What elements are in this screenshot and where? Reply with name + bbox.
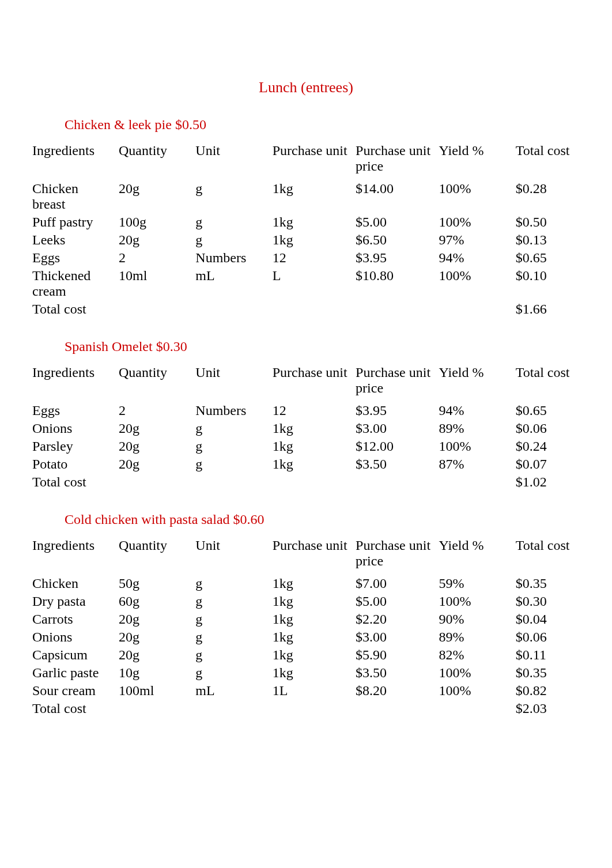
cell-purchase-unit: 1kg xyxy=(273,213,356,231)
empty-cell xyxy=(356,473,439,491)
cell-purchase-unit: 1kg xyxy=(273,575,356,592)
recipe-table: IngredientsQuantityUnitPurchase unitPurc… xyxy=(32,363,580,491)
document-page: Lunch (entrees) Chicken & leek pie $0.50… xyxy=(0,0,612,775)
header-ingredients: Ingredients xyxy=(32,141,119,180)
cell-total-cost: $0.13 xyxy=(516,231,580,249)
cell-quantity: 20g xyxy=(119,646,195,664)
header-purchase-unit-price: Purchase unit price xyxy=(356,141,439,180)
cell-quantity: 20g xyxy=(119,455,195,473)
empty-cell xyxy=(273,700,356,718)
cell-purchase-unit-price: $10.80 xyxy=(356,267,439,300)
cell-yield: 94% xyxy=(439,402,516,420)
cell-purchase-unit: 12 xyxy=(273,249,356,267)
cell-purchase-unit-price: $3.50 xyxy=(356,664,439,682)
cell-purchase-unit: 1kg xyxy=(273,437,356,455)
cell-ingredient: Carrots xyxy=(32,610,119,628)
recipe-title: Cold chicken with pasta salad $0.60 xyxy=(65,512,580,527)
header-quantity: Quantity xyxy=(119,363,195,402)
cell-unit: g xyxy=(195,420,272,437)
cell-unit: g xyxy=(195,231,272,249)
empty-cell xyxy=(439,700,516,718)
header-total-cost: Total cost xyxy=(516,535,580,575)
empty-cell xyxy=(195,473,272,491)
table-row: Thickened cream10mlmLL$10.80100%$0.10 xyxy=(32,267,580,300)
empty-cell xyxy=(119,300,195,318)
cell-unit: g xyxy=(195,592,272,610)
cell-purchase-unit: 1kg xyxy=(273,180,356,213)
cell-unit: g xyxy=(195,610,272,628)
header-total-cost: Total cost xyxy=(516,363,580,402)
cell-yield: 100% xyxy=(439,267,516,300)
table-row: Chicken breast20gg1kg$14.00100%$0.28 xyxy=(32,180,580,213)
cell-total-cost: $0.06 xyxy=(516,628,580,646)
table-row: Parsley20gg1kg$12.00100%$0.24 xyxy=(32,437,580,455)
cell-purchase-unit-price: $6.50 xyxy=(356,231,439,249)
cell-purchase-unit-price: $3.00 xyxy=(356,420,439,437)
total-cost-value: $2.03 xyxy=(516,700,580,718)
table-row: Puff pastry100gg1kg$5.00100%$0.50 xyxy=(32,213,580,231)
header-ingredients: Ingredients xyxy=(32,535,119,575)
cell-quantity: 10g xyxy=(119,664,195,682)
header-purchase-unit-price: Purchase unit price xyxy=(356,535,439,575)
cell-quantity: 20g xyxy=(119,610,195,628)
cell-yield: 59% xyxy=(439,575,516,592)
table-row: Carrots20gg1kg$2.2090%$0.04 xyxy=(32,610,580,628)
total-cost-row: Total cost$1.66 xyxy=(32,300,580,318)
cell-unit: g xyxy=(195,664,272,682)
cell-purchase-unit: 12 xyxy=(273,402,356,420)
cell-purchase-unit-price: $7.00 xyxy=(356,575,439,592)
cell-total-cost: $0.06 xyxy=(516,420,580,437)
cell-purchase-unit-price: $3.00 xyxy=(356,628,439,646)
table-row: Sour cream100mlmL1L$8.20100%$0.82 xyxy=(32,682,580,700)
table-row: Eggs2Numbers12$3.9594%$0.65 xyxy=(32,402,580,420)
cell-quantity: 100g xyxy=(119,213,195,231)
cell-total-cost: $0.07 xyxy=(516,455,580,473)
header-purchase-unit: Purchase unit xyxy=(273,535,356,575)
empty-cell xyxy=(195,700,272,718)
table-row: Dry pasta60gg1kg$5.00100%$0.30 xyxy=(32,592,580,610)
cell-total-cost: $0.11 xyxy=(516,646,580,664)
header-yield: Yield % xyxy=(439,141,516,180)
cell-ingredient: Puff pastry xyxy=(32,213,119,231)
cell-total-cost: $0.35 xyxy=(516,664,580,682)
cell-yield: 87% xyxy=(439,455,516,473)
cell-unit: g xyxy=(195,628,272,646)
cell-purchase-unit: 1kg xyxy=(273,646,356,664)
total-cost-label: Total cost xyxy=(32,700,119,718)
cell-yield: 100% xyxy=(439,664,516,682)
header-unit: Unit xyxy=(195,141,272,180)
header-unit: Unit xyxy=(195,363,272,402)
page-title: Lunch (entrees) xyxy=(32,79,580,96)
table-row: Eggs2Numbers12$3.9594%$0.65 xyxy=(32,249,580,267)
cell-total-cost: $0.35 xyxy=(516,575,580,592)
cell-purchase-unit-price: $2.20 xyxy=(356,610,439,628)
cell-purchase-unit: 1kg xyxy=(273,420,356,437)
recipes-container: Chicken & leek pie $0.50IngredientsQuant… xyxy=(32,117,580,718)
cell-ingredient: Chicken xyxy=(32,575,119,592)
cell-ingredient: Onions xyxy=(32,628,119,646)
cell-yield: 94% xyxy=(439,249,516,267)
table-row: Garlic paste10gg1kg$3.50100%$0.35 xyxy=(32,664,580,682)
table-row: Onions20gg1kg$3.0089%$0.06 xyxy=(32,628,580,646)
cell-ingredient: Eggs xyxy=(32,249,119,267)
header-ingredients: Ingredients xyxy=(32,363,119,402)
header-purchase-unit-price: Purchase unit price xyxy=(356,363,439,402)
cell-purchase-unit: 1kg xyxy=(273,664,356,682)
cell-total-cost: $0.10 xyxy=(516,267,580,300)
recipe-table: IngredientsQuantityUnitPurchase unitPurc… xyxy=(32,141,580,318)
cell-unit: g xyxy=(195,437,272,455)
total-cost-row: Total cost$1.02 xyxy=(32,473,580,491)
table-row: Chicken50gg1kg$7.0059%$0.35 xyxy=(32,575,580,592)
cell-unit: mL xyxy=(195,682,272,700)
total-cost-value: $1.66 xyxy=(516,300,580,318)
header-yield: Yield % xyxy=(439,363,516,402)
cell-quantity: 2 xyxy=(119,249,195,267)
cell-ingredient: Potato xyxy=(32,455,119,473)
total-cost-label: Total cost xyxy=(32,473,119,491)
cell-yield: 100% xyxy=(439,437,516,455)
cell-quantity: 100ml xyxy=(119,682,195,700)
header-purchase-unit: Purchase unit xyxy=(273,363,356,402)
empty-cell xyxy=(119,473,195,491)
cell-yield: 82% xyxy=(439,646,516,664)
cell-yield: 89% xyxy=(439,420,516,437)
